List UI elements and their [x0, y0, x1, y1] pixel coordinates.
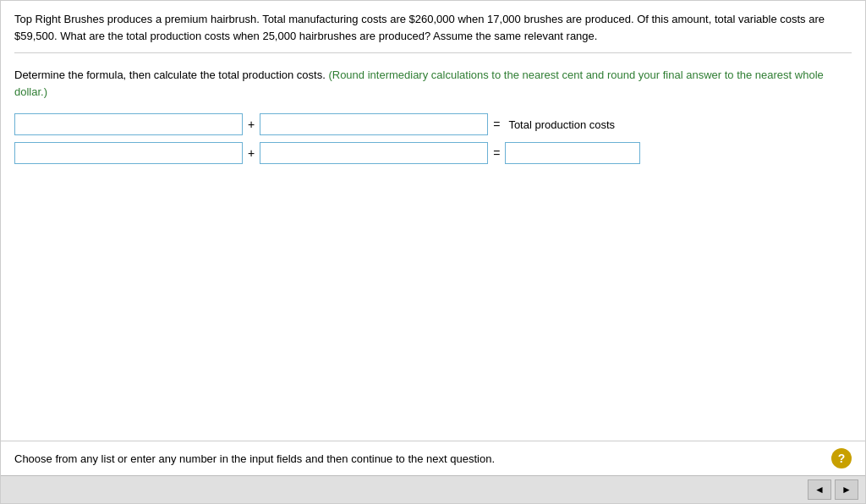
formula-row1-label: Total production costs: [508, 118, 615, 131]
formula-row2-plus: +: [248, 146, 255, 160]
footer-text: Choose from any list or enter any number…: [14, 452, 495, 465]
help-button[interactable]: ?: [831, 448, 852, 468]
formula-row1-plus: +: [248, 118, 255, 131]
formula-row-2: + =: [14, 142, 852, 164]
formula-row-1: + = Total production costs: [14, 113, 852, 135]
forward-button[interactable]: ►: [835, 479, 858, 500]
formula-row2-input1[interactable]: [14, 142, 243, 164]
formula-row1-input2[interactable]: [260, 113, 488, 135]
instruction-text: Determine the formula, then calculate th…: [14, 67, 852, 100]
main-container: Top Right Brushes produces a premium hai…: [0, 0, 866, 504]
formula-section: + = Total production costs + =: [14, 113, 852, 164]
content-area: Top Right Brushes produces a premium hai…: [1, 1, 865, 441]
formula-row1-input1[interactable]: [14, 113, 243, 135]
back-button[interactable]: ◄: [808, 479, 831, 500]
footer-bar: Choose from any list or enter any number…: [1, 441, 865, 475]
formula-row1-equals: =: [493, 118, 500, 131]
formula-row2-equals: =: [493, 146, 500, 160]
problem-text: Top Right Brushes produces a premium hai…: [14, 11, 852, 53]
nav-bar: ◄ ►: [1, 475, 865, 503]
instruction-prefix: Determine the formula, then calculate th…: [14, 68, 326, 81]
formula-row2-input3[interactable]: [505, 142, 640, 164]
formula-row2-input2[interactable]: [260, 142, 488, 164]
